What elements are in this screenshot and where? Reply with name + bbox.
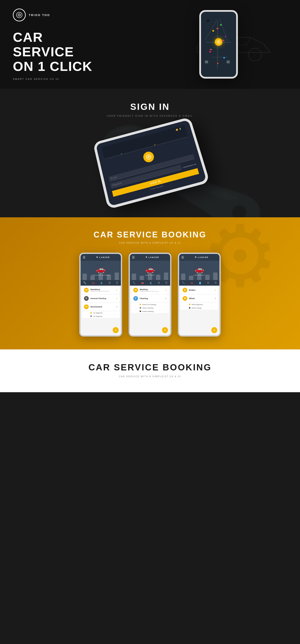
washing-arrow: ∨ <box>165 289 167 291</box>
booking-section: ⚙ CAR SERVICE BOOKING CAR SERVICE WITH A… <box>0 217 300 350</box>
sub-text-4: Interior Cleaning <box>142 307 153 309</box>
recommend-icon: R <box>84 304 89 309</box>
hero-right: 🚗 🚗 🚗 ⛰ 🏢 🏢 <box>150 10 287 78</box>
checkup-name: General Checkup <box>90 298 114 300</box>
booking-subtitle: CAR SERVICE WITH A SIMPLEIST UX & UI <box>93 242 206 244</box>
signin-screen: 📶 🔋 <box>96 120 207 206</box>
signin-phone-wrap: 📶 🔋 <box>99 128 201 196</box>
car-icon-2: 🚗 <box>145 264 155 274</box>
checkup-icon: G <box>84 296 89 301</box>
nav-tab-wash-3[interactable]: 💧 <box>198 281 202 284</box>
fab-button-3[interactable]: + <box>211 327 217 333</box>
nav-tab-list-3[interactable]: ☰ <box>214 281 217 284</box>
nav-tabs-1: 🔧 🚗 💧 ⚙ ☰ <box>81 280 121 286</box>
sub-dot-6 <box>189 304 190 305</box>
app-car-area-1: 🚗 TYRES AND BATTERY <box>81 261 121 280</box>
svg-point-2 <box>19 14 20 16</box>
checkup-arrow: ∨ <box>116 297 117 300</box>
nav-tab-car-1[interactable]: 🚗 <box>92 281 95 284</box>
app-screen-1: ☰ ⚑ LANCER 🚗 TYRES AND BATTERY <box>81 254 121 335</box>
nav-tab-wrench-3[interactable]: 🔧 <box>182 281 185 284</box>
nav-tab-car-3[interactable]: 🚗 <box>190 281 193 284</box>
sub-dot-2 <box>90 316 92 317</box>
booking-title-area: CAR SERVICE BOOKING CAR SERVICE WITH A S… <box>93 217 206 244</box>
bottom-subtitle: CAR SERVICE WITH A SIMPLEIST UX & UI <box>119 375 181 378</box>
washing-desc: Roadside assistance for your car <box>140 290 163 292</box>
brakes-icon: B <box>183 288 187 292</box>
logo-area: TRIOO TOO <box>13 8 150 22</box>
service-item-wheel[interactable]: W Wheel ∧ <box>180 294 218 302</box>
svg-point-7 <box>218 42 219 42</box>
cleaning-text: Cleaning <box>140 298 163 300</box>
signin-title: SIGN IN <box>130 102 170 112</box>
checkup-text: General Checkup <box>90 298 114 300</box>
app-phone-1: ☰ ⚑ LANCER 🚗 TYRES AND BATTERY <box>79 253 122 336</box>
sub-dot-7 <box>189 307 190 308</box>
signin-app-logo <box>142 150 155 163</box>
cleaning-icon: C <box>133 296 138 301</box>
sub-item-change: Wheel Change <box>180 306 218 310</box>
nav-tab-list-2[interactable]: ☰ <box>165 281 168 284</box>
nav-tab-gear-3[interactable]: ⚙ <box>207 281 209 284</box>
service-item-brakes[interactable]: B Brakes ∨ <box>180 286 218 294</box>
nav-tab-wrench-2[interactable]: 🔧 <box>132 281 136 284</box>
sub-dot-1 <box>90 312 92 314</box>
service-item-cleaning[interactable]: C Cleaning ∧ <box>131 294 169 302</box>
phones-row: ☰ ⚑ LANCER 🚗 TYRES AND BATTERY <box>79 253 221 336</box>
mandatory-name: Mandatory <box>90 288 114 290</box>
map-center-logo <box>215 38 222 46</box>
recommend-text: Recommend <box>90 306 114 308</box>
hero-phone-mockup: 🚗 🚗 🚗 ⛰ 🏢 🏢 <box>199 10 238 78</box>
brakes-name: Brakes <box>189 289 213 291</box>
app-car-area-3: 🚗 CAR REPAIR <box>179 261 219 280</box>
fab-button-1[interactable]: + <box>113 327 119 333</box>
service-item-recommend[interactable]: R Recommend ∧ <box>82 303 120 311</box>
mandatory-arrow: ∨ <box>116 289 117 291</box>
service-list-1: M Mandatory Roadside assistance for your… <box>81 286 121 327</box>
app-brand-1: ⚑ LANCER <box>87 256 119 258</box>
nav-tab-gear-2[interactable]: ⚙ <box>158 281 160 284</box>
nav-tab-wrench-1[interactable]: 🔧 <box>83 281 86 284</box>
sub-dot-4 <box>140 307 141 308</box>
app-phone-2: ☰ ⚑ LANCER 🚗 CAR CARE 🔧 � <box>129 253 171 336</box>
wheel-text: Wheel <box>189 298 213 300</box>
wheel-icon: W <box>183 296 187 301</box>
wheel-arrow: ∧ <box>214 297 216 300</box>
fab-button-2[interactable]: + <box>162 327 168 333</box>
nav-tab-list-1[interactable]: ☰ <box>116 281 118 284</box>
hero-title: CAR SERVICE ON 1 CLICK <box>13 30 150 74</box>
svg-point-4 <box>248 48 261 61</box>
nav-tabs-2: 🔧 🚗 💧 ⚙ ☰ <box>130 280 170 286</box>
sub-dot-5 <box>140 311 141 312</box>
sub-item-exterior: Exterior Washing <box>131 310 169 313</box>
app-phone-3: ☰ ⚑ LANCER 🚗 CAR REPAIR 🔧 <box>178 253 221 336</box>
car-icon-1: 🚗 <box>96 264 106 274</box>
app-brand-3: ⚑ LANCER <box>186 256 217 258</box>
sub-text-6: Wheel Alignment <box>192 304 203 305</box>
menu-icon-3[interactable]: ☰ <box>181 256 184 259</box>
service-item-mandatory[interactable]: M Mandatory Roadside assistance for your… <box>82 286 120 294</box>
brand-name: TRIOO TOO <box>29 14 50 17</box>
service-item-washing[interactable]: W Washing Roadside assistance for your c… <box>131 286 169 294</box>
bottom-title: CAR SERVICE BOOKING <box>89 362 212 372</box>
sub-text-1: Car Diagnosis <box>93 312 102 314</box>
svg-point-10 <box>148 156 149 157</box>
signin-subtitle: USER FRIENDLY SIGN IN WITH FACEBOOK & GM… <box>107 114 193 117</box>
sub-item-interior-car: Interior Car Cleaning <box>131 303 169 306</box>
wheel-name: Wheel <box>189 298 213 300</box>
signin-phone-mockup: 📶 🔋 <box>93 117 210 209</box>
sub-item-alignment: Wheel Alignment <box>180 303 218 306</box>
booking-title: CAR SERVICE BOOKING <box>93 230 206 239</box>
brand-logo <box>13 8 26 22</box>
nav-tab-wash-1[interactable]: 💧 <box>100 281 103 284</box>
app-screen-3: ☰ ⚑ LANCER 🚗 CAR REPAIR 🔧 <box>179 254 219 335</box>
menu-icon-2[interactable]: ☰ <box>132 256 135 259</box>
nav-tab-car-2[interactable]: 🚗 <box>141 281 144 284</box>
recommend-name: Recommend <box>90 306 114 308</box>
nav-tab-wash-2[interactable]: 💧 <box>149 281 152 284</box>
menu-icon-1[interactable]: ☰ <box>83 256 86 259</box>
cleaning-name: Cleaning <box>140 298 163 300</box>
service-item-checkup[interactable]: G General Checkup ∨ <box>82 294 120 302</box>
nav-tab-gear-1[interactable]: ⚙ <box>108 281 111 284</box>
app-brand-2: ⚑ LANCER <box>137 256 168 258</box>
